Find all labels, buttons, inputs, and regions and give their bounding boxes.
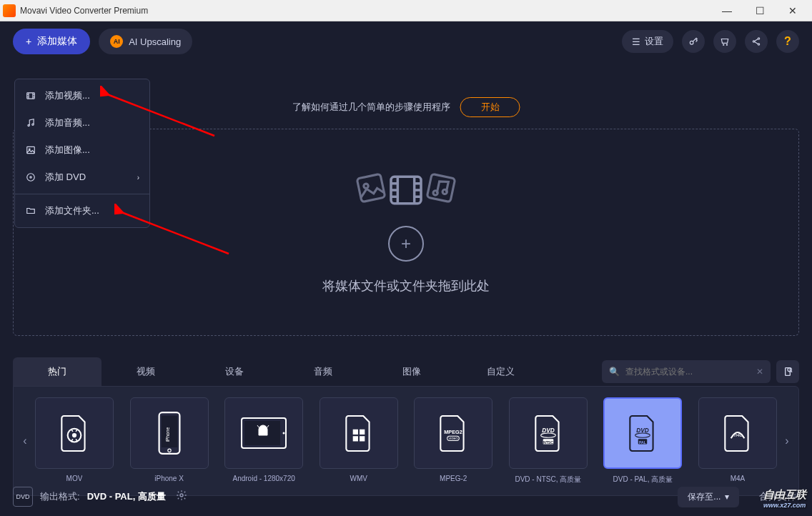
- add-media-label: 添加媒体: [37, 35, 77, 48]
- detect-device-button[interactable]: [776, 360, 799, 383]
- tab-video[interactable]: 视频: [102, 357, 190, 386]
- format-list: MOViPhoneiPhone XAndroid - 1280x720WMVMP…: [32, 397, 780, 485]
- svg-rect-16: [427, 174, 455, 202]
- svg-point-4: [753, 41, 754, 42]
- format-thumb[interactable]: iPhone: [130, 397, 209, 469]
- save-to-button[interactable]: 保存至... ▾: [678, 487, 739, 507]
- svg-text:DVD: DVD: [637, 427, 650, 434]
- tutorial-banner: 了解如何通过几个简单的步骤使用程序 开始: [292, 97, 520, 117]
- prev-formats-button[interactable]: ‹: [18, 435, 32, 447]
- svg-text:VIDEO: VIDEO: [449, 437, 459, 440]
- format-thumb[interactable]: DVDNTSC: [509, 397, 588, 469]
- close-button[interactable]: ✕: [776, 0, 809, 21]
- output-format-value: DVD - PAL, 高质量: [87, 490, 166, 503]
- output-label: 输出格式:: [40, 490, 80, 503]
- format-thumb[interactable]: m4a: [698, 397, 777, 469]
- format-card-iphone[interactable]: iPhoneiPhone X: [127, 397, 212, 485]
- minimize-button[interactable]: —: [710, 0, 743, 21]
- tab-devices[interactable]: 设备: [190, 357, 279, 386]
- svg-text:iPhone: iPhone: [165, 427, 170, 442]
- format-card-wmv[interactable]: WMV: [317, 397, 401, 485]
- ai-badge-icon: AI: [110, 35, 123, 48]
- folder-icon: [25, 205, 36, 217]
- share-icon: [751, 36, 761, 46]
- chevron-down-icon: ▾: [725, 492, 729, 502]
- format-card-mpeg2[interactable]: MPEG2VIDEOMPEG-2: [411, 397, 495, 485]
- format-card-mov[interactable]: MOV: [32, 397, 117, 485]
- music-icon: [25, 117, 36, 129]
- svg-text:PAL: PAL: [639, 440, 647, 445]
- svg-point-29: [283, 432, 285, 435]
- tab-audio[interactable]: 音频: [279, 357, 367, 386]
- svg-point-7: [28, 124, 29, 126]
- add-video-label: 添加视频...: [45, 89, 90, 102]
- video-icon: [25, 90, 36, 101]
- add-folder-item[interactable]: 添加文件夹...: [15, 197, 149, 224]
- svg-text:DVD: DVD: [542, 427, 555, 434]
- svg-point-8: [32, 124, 34, 125]
- format-thumb[interactable]: [320, 397, 398, 469]
- search-input[interactable]: [625, 367, 751, 377]
- ai-upscaling-label: AI Upscaling: [129, 36, 181, 47]
- bottom-bar: DVD 输出格式: DVD - PAL, 高质量 保存至... ▾ 合并文件:: [13, 482, 799, 512]
- svg-point-0: [690, 41, 693, 44]
- dropdown-divider: [15, 194, 149, 194]
- maximize-button[interactable]: ☐: [743, 0, 776, 21]
- add-folder-label: 添加文件夹...: [45, 204, 99, 217]
- chevron-right-icon: ›: [137, 174, 139, 182]
- add-circle-button[interactable]: +: [388, 226, 424, 262]
- sliders-icon: ☰: [632, 36, 640, 47]
- tab-custom[interactable]: 自定义: [456, 357, 545, 386]
- settings-button[interactable]: ☰ 设置: [622, 30, 673, 53]
- start-tutorial-button[interactable]: 开始: [460, 97, 520, 117]
- format-card-dvd-ntsc[interactable]: DVDNTSCDVD - NTSC, 高质量: [506, 397, 590, 485]
- add-dvd-item[interactable]: 添加 DVD ›: [15, 164, 149, 191]
- app-title: Movavi Video Converter Premium: [20, 6, 710, 16]
- add-media-button[interactable]: + 添加媒体: [13, 29, 90, 54]
- format-card-dvd-pal[interactable]: DVDPALDVD - PAL, 高质量: [600, 397, 685, 485]
- format-thumb[interactable]: DVDPAL: [603, 397, 682, 469]
- output-settings-button[interactable]: [176, 490, 187, 504]
- tutorial-text: 了解如何通过几个简单的步骤使用程序: [292, 101, 450, 114]
- next-formats-button[interactable]: ›: [780, 435, 794, 447]
- plus-icon: +: [26, 36, 31, 47]
- key-icon: [688, 36, 698, 46]
- svg-point-26: [167, 449, 170, 452]
- format-card-android[interactable]: Android - 1280x720: [222, 397, 306, 485]
- svg-point-2: [726, 44, 727, 45]
- svg-point-18: [442, 189, 447, 194]
- svg-text:NTSC: NTSC: [543, 440, 553, 445]
- ai-upscaling-button[interactable]: AI AI Upscaling: [99, 29, 192, 54]
- media-type-icons: [355, 170, 457, 210]
- tab-popular[interactable]: 热门: [13, 357, 102, 386]
- svg-point-42: [180, 494, 183, 497]
- search-icon: 🔍: [609, 367, 620, 377]
- format-thumb[interactable]: [224, 397, 303, 469]
- svg-text:MPEG2: MPEG2: [445, 429, 462, 435]
- add-image-label: 添加图像...: [45, 144, 90, 157]
- add-video-item[interactable]: 添加视频...: [15, 82, 149, 109]
- key-button[interactable]: [682, 30, 705, 53]
- image-icon: [25, 144, 36, 156]
- help-button[interactable]: ?: [776, 30, 799, 53]
- format-thumb[interactable]: [35, 397, 114, 469]
- cart-icon: [720, 36, 730, 46]
- svg-text:m4a: m4a: [733, 432, 743, 438]
- svg-point-3: [758, 38, 759, 39]
- add-audio-item[interactable]: 添加音频...: [15, 109, 149, 137]
- gear-icon: [176, 490, 187, 501]
- add-image-item[interactable]: 添加图像...: [15, 137, 149, 164]
- titlebar: Movavi Video Converter Premium — ☐ ✕: [0, 0, 812, 21]
- svg-point-1: [723, 44, 724, 45]
- tab-image[interactable]: 图像: [367, 357, 456, 386]
- format-card-m4a[interactable]: m4aM4A: [695, 397, 780, 485]
- clear-search-button[interactable]: ✕: [756, 367, 763, 377]
- format-thumb[interactable]: MPEG2VIDEO: [414, 397, 492, 469]
- format-panel: ‹ MOViPhoneiPhone XAndroid - 1280x720WMV…: [13, 386, 799, 496]
- format-search[interactable]: 🔍 ✕: [602, 360, 771, 383]
- share-button[interactable]: [745, 30, 768, 53]
- merge-files-label: 合并文件:: [759, 490, 799, 503]
- cart-button[interactable]: [713, 30, 736, 53]
- save-to-label: 保存至...: [688, 491, 721, 503]
- svg-point-12: [30, 177, 31, 178]
